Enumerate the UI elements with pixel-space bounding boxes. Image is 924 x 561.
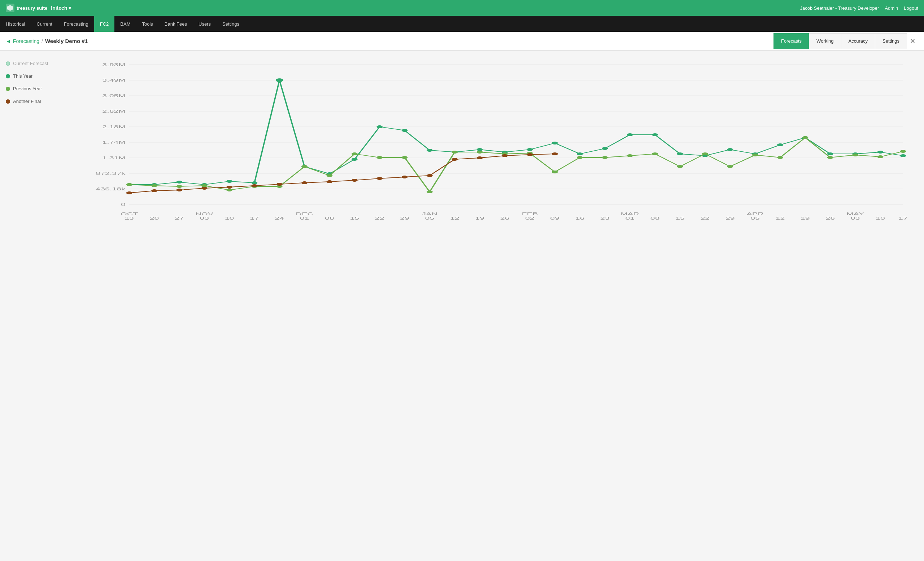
tab-accuracy[interactable]: Accuracy <box>841 33 875 49</box>
another-final-dot <box>552 152 558 155</box>
nav-bam[interactable]: BAM <box>114 16 136 32</box>
this-year-dot <box>526 148 533 151</box>
this-year-dot <box>477 148 483 151</box>
svg-text:13: 13 <box>124 216 134 220</box>
svg-text:26: 26 <box>825 216 835 220</box>
svg-text:2.18M: 2.18M <box>102 125 125 129</box>
nav-forecasting[interactable]: Forecasting <box>58 16 94 32</box>
nav-settings[interactable]: Settings <box>217 16 245 32</box>
svg-text:0: 0 <box>121 202 126 207</box>
prev-year-dot <box>201 184 207 187</box>
prev-year-dot <box>752 153 758 156</box>
content-area: Current Forecast This Year Previous Year… <box>0 51 924 237</box>
nav-fc2[interactable]: FC2 <box>94 16 115 32</box>
legend-item-previous-year: Previous Year <box>6 86 78 92</box>
another-final-dot <box>502 154 508 157</box>
breadcrumb-parent[interactable]: Forecasting <box>13 38 39 44</box>
nav-users[interactable]: Users <box>193 16 217 32</box>
svg-text:DEC: DEC <box>296 212 313 216</box>
tab-forecasts[interactable]: Forecasts <box>774 33 809 49</box>
another-final-dot <box>126 191 132 194</box>
logout-link[interactable]: Logout <box>904 5 918 11</box>
svg-text:15: 15 <box>350 216 359 220</box>
admin-link[interactable]: Admin <box>885 5 898 11</box>
svg-text:29: 29 <box>400 216 409 220</box>
svg-text:02: 02 <box>525 216 534 220</box>
legend-label-another-final: Another Final <box>13 99 41 104</box>
nav-bank-fees[interactable]: Bank Fees <box>159 16 193 32</box>
tab-settings[interactable]: Settings <box>875 33 907 49</box>
svg-text:16: 16 <box>575 216 585 220</box>
prev-year-dot <box>652 152 658 155</box>
svg-text:09: 09 <box>550 216 560 220</box>
prev-year-dot <box>351 152 358 155</box>
nav-tools[interactable]: Tools <box>136 16 159 32</box>
prev-year-dot <box>577 156 583 159</box>
svg-text:17: 17 <box>898 216 908 220</box>
prev-year-dot <box>302 165 308 168</box>
previous-year-line <box>129 138 903 192</box>
user-name: Jacob Seethaler - Treasury Developer <box>800 5 879 11</box>
breadcrumb-separator: / <box>42 38 43 44</box>
this-year-dot <box>777 143 783 146</box>
this-year-dot <box>827 152 833 155</box>
prev-year-dot <box>151 184 158 187</box>
tab-working[interactable]: Working <box>809 33 841 49</box>
another-final-dot <box>176 189 182 191</box>
prev-year-dot <box>878 155 884 158</box>
legend-label-previous-year: Previous Year <box>13 86 42 92</box>
svg-text:03: 03 <box>851 216 860 220</box>
prev-year-dot <box>777 156 783 159</box>
another-final-dot <box>427 174 433 177</box>
legend-dot-previous-year <box>6 87 10 91</box>
nav-current[interactable]: Current <box>31 16 58 32</box>
prev-year-dot <box>552 170 558 173</box>
svg-text:10: 10 <box>876 216 885 220</box>
svg-text:01: 01 <box>625 216 634 220</box>
svg-text:26: 26 <box>500 216 510 220</box>
svg-text:FEB: FEB <box>522 212 538 216</box>
svg-text:436.18k: 436.18k <box>96 187 126 191</box>
svg-text:JAN: JAN <box>422 212 438 216</box>
svg-text:12: 12 <box>776 216 785 220</box>
svg-text:12: 12 <box>450 216 459 220</box>
svg-text:1.74M: 1.74M <box>102 140 125 144</box>
svg-text:05: 05 <box>425 216 435 220</box>
chevron-down-icon: ▾ <box>69 5 71 11</box>
svg-text:29: 29 <box>726 216 735 220</box>
another-final-dot <box>201 187 207 190</box>
svg-text:19: 19 <box>801 216 810 220</box>
svg-text:20: 20 <box>150 216 159 220</box>
another-final-dot <box>151 189 158 192</box>
prev-year-dot <box>727 165 733 168</box>
prev-year-dot <box>802 136 808 139</box>
svg-text:NOV: NOV <box>195 212 213 216</box>
another-final-dot <box>526 153 533 156</box>
svg-text:872.37k: 872.37k <box>96 171 126 176</box>
this-year-dot-spike <box>276 78 284 82</box>
company-name[interactable]: Initech ▾ <box>51 5 71 11</box>
prev-year-dot <box>376 156 382 159</box>
this-year-dot <box>677 152 683 155</box>
breadcrumb-current: Weekly Demo #1 <box>45 38 88 44</box>
main-nav: Historical Current Forecasting FC2 BAM T… <box>0 16 924 32</box>
svg-text:APR: APR <box>746 212 764 216</box>
prev-year-dot <box>427 190 433 193</box>
this-year-dot <box>577 152 583 155</box>
legend-item-current-forecast: Current Forecast <box>6 61 78 66</box>
this-year-dot <box>427 149 433 152</box>
prev-year-dot <box>402 156 408 159</box>
this-year-dot <box>602 147 608 150</box>
this-year-dot <box>627 133 633 136</box>
another-final-dot <box>402 176 408 179</box>
prev-year-dot <box>452 150 458 153</box>
legend-label-current-forecast: Current Forecast <box>13 61 48 66</box>
this-year-dot <box>176 180 182 183</box>
svg-text:05: 05 <box>750 216 760 220</box>
tab-area: Forecasts Working Accuracy Settings ✕ <box>774 33 918 49</box>
prev-year-dot <box>226 189 232 191</box>
close-button[interactable]: ✕ <box>907 37 918 45</box>
nav-historical[interactable]: Historical <box>0 16 31 32</box>
svg-text:17: 17 <box>250 216 259 220</box>
this-year-dot <box>900 154 906 157</box>
